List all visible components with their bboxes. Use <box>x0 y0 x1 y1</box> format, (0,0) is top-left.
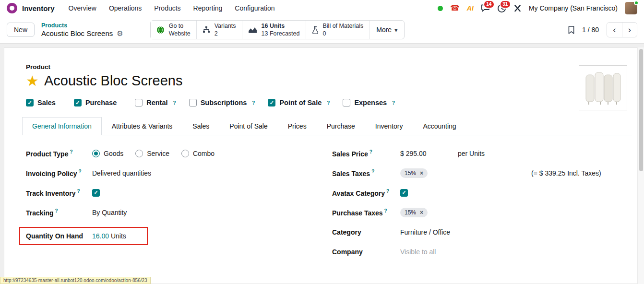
smart-button-line2: 2 <box>215 30 236 37</box>
pager-prev-button[interactable]: ‹ <box>607 23 622 37</box>
sales-checkbox[interactable] <box>26 99 34 106</box>
service-radio[interactable] <box>135 150 143 157</box>
product-type-row: Product Type? Goods Service Combo <box>26 148 311 158</box>
sales-price-value[interactable]: $ 295.00 <box>400 150 458 157</box>
invoicing-policy-row: Invoicing Policy? Delivered quantities <box>26 168 311 178</box>
notebook-tabs: General Information Attributes & Variant… <box>22 117 632 135</box>
sales-price-row: Sales Price? $ 295.00 per Units <box>332 148 624 158</box>
bookmark-icon[interactable] <box>568 26 574 34</box>
toggle-point-of-sale[interactable]: Point of Sale? <box>268 99 330 106</box>
tax-included-note: (= $ 339.25 Incl. Taxes) <box>531 169 601 177</box>
more-label: More <box>376 26 392 34</box>
presence-dot-icon <box>634 0 639 5</box>
product-title[interactable]: Acoustic Bloc Screens <box>44 73 183 89</box>
tools-icon[interactable] <box>513 4 522 12</box>
company-row: Company Visible to all <box>332 247 624 257</box>
variants-button[interactable]: Variants 2 <box>196 21 242 39</box>
toggle-rental[interactable]: Rental? <box>135 99 176 106</box>
purchase-checkbox[interactable] <box>74 99 82 106</box>
tab-accounting[interactable]: Accounting <box>413 117 466 135</box>
chevron-down-icon <box>394 26 397 34</box>
menu-configuration[interactable]: Configuration <box>229 4 280 12</box>
product-form-sheet: Product Acoustic Bloc Screens Sales Purc… <box>4 47 640 284</box>
app-name[interactable]: Inventory <box>22 4 55 12</box>
units-forecasted-button[interactable]: 16 Units 13 Forecasted <box>242 21 306 39</box>
form-left-column: Product Type? Goods Service Combo <box>26 148 311 266</box>
breadcrumb-current: Acoustic Bloc Screens <box>41 29 113 38</box>
gear-icon[interactable] <box>117 29 123 38</box>
rental-checkbox[interactable] <box>135 99 143 106</box>
scrollbar[interactable] <box>637 47 644 284</box>
sales-tax-tag[interactable]: 15% × <box>400 168 428 178</box>
title-row: Acoustic Bloc Screens <box>26 73 640 89</box>
radio-service[interactable]: Service <box>135 150 169 157</box>
activities-button[interactable]: 31 <box>497 4 506 13</box>
product-image[interactable] <box>579 65 627 110</box>
tab-attributes-variants[interactable]: Attributes & Variants <box>102 117 183 135</box>
track-inventory-checkbox[interactable] <box>92 189 100 197</box>
status-url-tooltip: http://97234635-master-all.runbot120.odo… <box>0 277 151 284</box>
tab-sales[interactable]: Sales <box>182 117 219 135</box>
tab-point-of-sale[interactable]: Point of Sale <box>219 117 277 135</box>
tab-general-information[interactable]: General Information <box>22 117 102 135</box>
smart-button-line2: 13 Forecasted <box>262 30 300 37</box>
radio-combo[interactable]: Combo <box>181 150 215 157</box>
sales-price-uom: per Units <box>458 150 485 157</box>
avatax-category-checkbox[interactable] <box>400 189 408 197</box>
bill-of-materials-button[interactable]: Bill of Materials 0 <box>306 21 370 39</box>
favorite-star-icon[interactable] <box>26 74 39 88</box>
category-value[interactable]: Furniture / Office <box>400 228 450 236</box>
breadcrumb-parent[interactable]: Products <box>41 22 123 29</box>
smart-button-line2: Website <box>169 30 191 37</box>
menu-operations[interactable]: Operations <box>104 4 147 12</box>
ai-label[interactable]: AI <box>467 4 474 12</box>
smart-button-group: Go to Website Variants 2 16 Units 13 Fo <box>150 20 405 40</box>
menu-reporting[interactable]: Reporting <box>188 4 228 12</box>
top-nav-bar: Inventory Overview Operations Products R… <box>0 0 644 16</box>
tracking-value[interactable]: By Quantity <box>92 209 127 216</box>
toggle-purchase[interactable]: Purchase <box>74 99 122 106</box>
toggle-sales[interactable]: Sales <box>26 99 61 106</box>
toggle-expenses[interactable]: Expenses? <box>343 99 395 106</box>
menu-overview[interactable]: Overview <box>63 4 102 12</box>
quantity-on-hand-value[interactable]: 16.00 <box>92 232 109 240</box>
breadcrumb: Products Acoustic Bloc Screens <box>41 22 123 38</box>
goods-radio[interactable] <box>92 150 100 157</box>
remove-tag-icon[interactable]: × <box>420 210 423 215</box>
pager-next-button[interactable]: › <box>622 23 637 37</box>
sale-purchase-toggles: Sales Purchase Rental? Subscriptions? Po… <box>26 99 640 106</box>
company-switcher[interactable]: My Company (San Francisco) <box>529 4 618 12</box>
smart-button-line1: Go to <box>169 22 191 30</box>
subscriptions-checkbox[interactable] <box>189 99 197 106</box>
sales-taxes-row: Sales Taxes? 15% × (= $ 339.25 Incl. Tax… <box>332 168 624 178</box>
go-to-website-button[interactable]: Go to Website <box>151 21 196 39</box>
product-field-label: Product <box>26 63 640 71</box>
flask-icon <box>312 26 319 34</box>
remove-tag-icon[interactable]: × <box>420 170 423 176</box>
menu-products[interactable]: Products <box>149 4 186 12</box>
invoicing-policy-value[interactable]: Delivered quantities <box>92 169 151 177</box>
tracking-row: Tracking? By Quantity <box>26 207 311 217</box>
more-button[interactable]: More <box>369 21 404 39</box>
radio-goods[interactable]: Goods <box>92 150 123 157</box>
messages-button[interactable]: 14 <box>481 4 490 12</box>
toggle-subscriptions[interactable]: Subscriptions? <box>189 99 255 106</box>
globe-icon <box>156 26 165 34</box>
avatax-category-row: Avatax Category? <box>332 188 624 198</box>
purchase-tax-tag[interactable]: 15% × <box>400 208 428 217</box>
phone-icon[interactable] <box>450 4 460 12</box>
tab-inventory[interactable]: Inventory <box>365 117 413 135</box>
quantity-on-hand-highlight: Quantity On Hand 16.00 Units <box>19 227 148 245</box>
tab-prices[interactable]: Prices <box>278 117 317 135</box>
company-value[interactable]: Visible to all <box>400 248 436 256</box>
combo-radio[interactable] <box>181 150 189 157</box>
expenses-checkbox[interactable] <box>343 99 350 106</box>
point-of-sale-checkbox[interactable] <box>268 99 275 106</box>
avatar[interactable] <box>625 2 637 14</box>
pager-area: 1 / 80 ‹ › <box>568 22 637 37</box>
scrollbar-thumb[interactable] <box>639 49 643 171</box>
smart-button-line1: 16 Units <box>262 22 300 30</box>
tab-purchase[interactable]: Purchase <box>317 117 365 135</box>
new-button[interactable]: New <box>7 23 35 37</box>
odoo-logo-icon[interactable] <box>7 3 17 13</box>
